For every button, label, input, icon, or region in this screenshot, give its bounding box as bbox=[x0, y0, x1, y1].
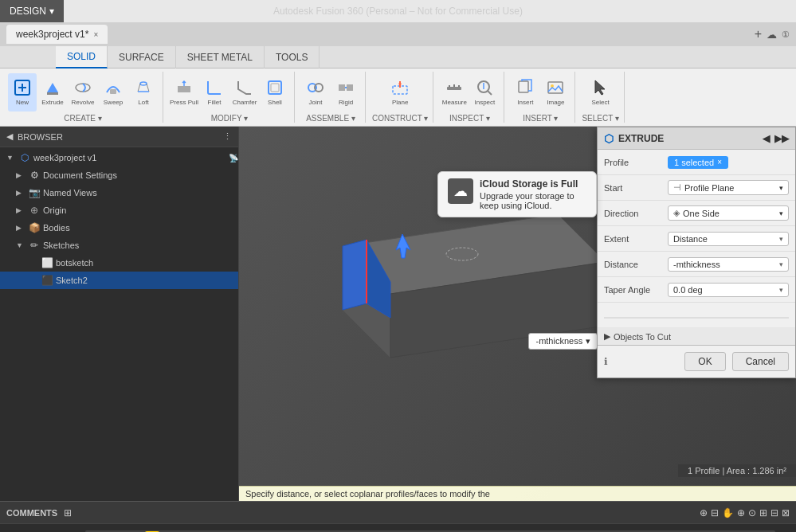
tree-item-named-views[interactable]: ▶ 📷 Named Views bbox=[0, 184, 238, 201]
construct-label[interactable]: CONSTRUCT ▾ bbox=[372, 114, 428, 123]
tab-solid[interactable]: SOLID bbox=[56, 46, 108, 68]
extrude-panel-icon: ⬡ bbox=[604, 132, 614, 145]
toolbar-cursor-icon[interactable]: ⊕ bbox=[700, 507, 708, 518]
svg-rect-11 bbox=[271, 84, 279, 92]
create-label[interactable]: CREATE ▾ bbox=[64, 114, 102, 123]
insert-image-tool[interactable]: Image bbox=[541, 73, 570, 111]
panel-expand-icon[interactable]: ◀ bbox=[763, 133, 770, 144]
tabbar: week3project v1* × + ☁ ① bbox=[0, 22, 796, 46]
viewport[interactable]: -mthickness ▾ TOP FRONT RIGHT HOME bbox=[239, 127, 796, 501]
taper-dropdown[interactable]: 0.0 deg ▾ bbox=[668, 283, 789, 297]
start-value: ⊣ Profile Plane ▾ bbox=[668, 180, 789, 195]
select-tool[interactable]: Select bbox=[586, 73, 615, 111]
browser-collapse-icon[interactable]: ◀ bbox=[6, 131, 13, 142]
svg-rect-15 bbox=[347, 84, 353, 91]
chamfer-tool[interactable]: Chamfer bbox=[230, 73, 259, 111]
toolbar-fit-icon[interactable]: ⊙ bbox=[748, 507, 756, 518]
toolbar-grid2-icon[interactable]: ⊟ bbox=[771, 507, 778, 518]
design-menu-button[interactable]: DESIGN ▾ bbox=[0, 0, 64, 22]
shell-tool[interactable]: Shell bbox=[261, 73, 289, 111]
tree-item-origin[interactable]: ▶ ⊕ Origin bbox=[0, 201, 238, 219]
extent-text: Distance bbox=[673, 234, 708, 244]
tree-arrow-bodies: ▶ bbox=[16, 224, 25, 232]
rigid-group-tool[interactable]: Rigid bbox=[331, 73, 360, 111]
toolbar-hand-icon[interactable]: ✋ bbox=[722, 507, 734, 518]
ribbon: DESIGN ▾ SOLID SURFACE SHEET METAL TOOLS… bbox=[0, 46, 796, 127]
joint-tool[interactable]: Joint bbox=[301, 73, 330, 111]
cancel-button[interactable]: Cancel bbox=[732, 352, 789, 371]
profile-label: Profile bbox=[604, 158, 668, 167]
tree-item-sketch2[interactable]: ⬛ Sketch2 bbox=[0, 272, 238, 289]
extrude-tool[interactable]: Extrude bbox=[38, 73, 67, 111]
revolve-tool[interactable]: Revolve bbox=[69, 73, 97, 111]
svg-marker-3 bbox=[47, 83, 58, 92]
browser-options-icon[interactable]: ⋮ bbox=[223, 131, 232, 142]
fillet-tool[interactable]: Fillet bbox=[200, 73, 229, 111]
broadcast-icon: 📡 bbox=[229, 154, 238, 162]
tab-tools[interactable]: TOOLS bbox=[265, 46, 320, 68]
panel-more-icon[interactable]: ▶▶ bbox=[774, 133, 789, 144]
select-group: Select SELECT ▾ bbox=[577, 72, 625, 123]
distance-tooltip[interactable]: -mthickness ▾ bbox=[528, 333, 598, 350]
tree-arrow-sketches: ▼ bbox=[16, 241, 25, 249]
browser-panel: ◀ BROWSER ⋮ ▼ ⬡ week3project v1 📡 ▶ ⚙ Do… bbox=[0, 127, 239, 501]
active-tab[interactable]: week3project v1* × bbox=[6, 25, 108, 44]
toolbar-grid3-icon[interactable]: ⊠ bbox=[782, 507, 790, 518]
inspect-group: Measure Inspect INSPECT ▾ bbox=[435, 72, 504, 123]
taper-row: Taper Angle 0.0 deg ▾ bbox=[598, 277, 795, 303]
tab-surface[interactable]: SURFACE bbox=[108, 46, 176, 68]
insert-derive-tool[interactable]: Insert bbox=[511, 73, 539, 111]
distance-row: Distance -mthickness ▾ bbox=[598, 252, 795, 277]
toolbar-nav1-icon[interactable]: ⊟ bbox=[711, 507, 719, 518]
select-label[interactable]: SELECT ▾ bbox=[582, 114, 619, 123]
assemble-label[interactable]: ASSEMBLE ▾ bbox=[306, 114, 355, 123]
new-tab-button[interactable]: + bbox=[755, 27, 762, 41]
svg-rect-14 bbox=[339, 84, 345, 91]
svg-point-5 bbox=[76, 84, 90, 92]
profile-badge-close[interactable]: × bbox=[717, 158, 722, 166]
distance-dropdown[interactable]: -mthickness ▾ bbox=[668, 257, 789, 272]
tree-item-bodies[interactable]: ▶ 📦 Bodies bbox=[0, 219, 238, 237]
insert-label[interactable]: INSERT ▾ bbox=[523, 114, 558, 123]
comments-expand-icon[interactable]: ⊞ bbox=[64, 507, 72, 518]
direction-row: Direction ◈ One Side ▾ bbox=[598, 201, 795, 226]
sweep-tool[interactable]: Sweep bbox=[99, 73, 127, 111]
tree-item-sketches[interactable]: ▼ ✏ Sketches bbox=[0, 237, 238, 254]
tab-close-button[interactable]: × bbox=[93, 30, 98, 39]
new-component-tool[interactable]: New bbox=[8, 73, 37, 111]
browser-tree: ▼ ⬡ week3project v1 📡 ▶ ⚙ Document Setti… bbox=[0, 147, 238, 501]
ok-button[interactable]: OK bbox=[684, 352, 725, 371]
tree-item-root[interactable]: ▼ ⬡ week3project v1 📡 bbox=[0, 149, 238, 166]
inspect-label[interactable]: INSPECT ▾ bbox=[449, 114, 490, 123]
direction-dropdown[interactable]: ◈ One Side ▾ bbox=[668, 205, 789, 221]
measure-tool[interactable]: Measure bbox=[440, 73, 469, 111]
named-views-label: Named Views bbox=[43, 188, 97, 198]
cloud-icon: ☁ bbox=[767, 29, 777, 41]
direction-dd-chevron: ▾ bbox=[779, 209, 783, 217]
direction-label: Direction bbox=[604, 209, 668, 218]
tree-item-doc-settings[interactable]: ▶ ⚙ Document Settings bbox=[0, 166, 238, 184]
toolbar-grid1-icon[interactable]: ⊞ bbox=[759, 507, 767, 518]
tab-sheet-metal[interactable]: SHEET METAL bbox=[176, 46, 265, 68]
ribbon-tab-bar: DESIGN ▾ SOLID SURFACE SHEET METAL TOOLS bbox=[0, 46, 796, 68]
inspect-icon[interactable]: Inspect bbox=[470, 73, 499, 111]
toolbar-zoom-icon[interactable]: ⊕ bbox=[737, 507, 745, 518]
press-pull-tool[interactable]: Press Pull bbox=[170, 73, 198, 111]
sketch2-icon: ⬛ bbox=[41, 275, 53, 286]
start-dropdown[interactable]: ⊣ Profile Plane ▾ bbox=[668, 180, 789, 195]
sketch-icon-bot: ⬜ bbox=[41, 257, 53, 268]
taper-label: Taper Angle bbox=[604, 285, 668, 295]
distance-dropdown-icon[interactable]: ▾ bbox=[586, 336, 590, 346]
timer-label: ① bbox=[782, 29, 790, 40]
modify-label[interactable]: MODIFY ▾ bbox=[211, 114, 248, 123]
distance-value: -mthickness bbox=[535, 336, 582, 346]
svg-rect-10 bbox=[269, 81, 281, 94]
tree-item-botsketch[interactable]: ⬜ botsketch bbox=[0, 254, 238, 272]
titlebar: Autodesk Fusion 360 (Personal – Not for … bbox=[0, 0, 796, 22]
construct-main-tool[interactable]: Plane bbox=[381, 73, 419, 111]
extent-dropdown[interactable]: Distance ▾ bbox=[668, 232, 789, 246]
objects-to-cut-row[interactable]: ▶ Objects To Cut bbox=[598, 328, 795, 345]
profile-badge[interactable]: 1 selected × bbox=[668, 156, 728, 169]
loft-tool[interactable]: Loft bbox=[129, 73, 158, 111]
svg-marker-34 bbox=[343, 240, 367, 310]
